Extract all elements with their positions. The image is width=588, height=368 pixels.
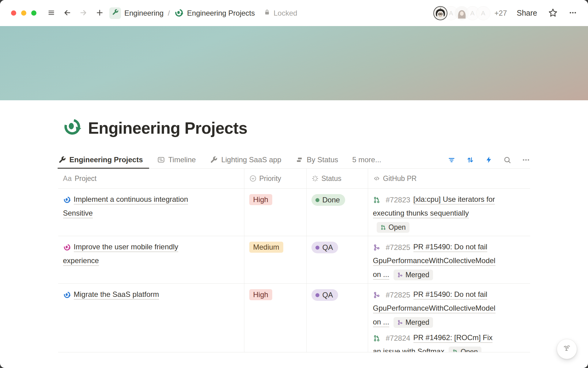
- column-header-status[interactable]: Status: [307, 169, 368, 188]
- project-cell: Migrate the SaaS platform: [58, 284, 244, 352]
- pr-title-link[interactable]: an issue with Softmax: [373, 347, 444, 352]
- priority-cell[interactable]: Medium: [244, 236, 307, 283]
- priority-cell[interactable]: High: [244, 189, 307, 236]
- pr-id: #72825: [386, 243, 410, 252]
- locked-label: Locked: [273, 9, 297, 17]
- window-controls: [11, 10, 36, 16]
- pull-request-merged-icon: [373, 291, 380, 299]
- sidebar-menu-button[interactable]: [47, 9, 55, 17]
- table-row: Implement a continuous integrationSensit…: [58, 189, 530, 236]
- sort-button[interactable]: [466, 156, 474, 164]
- page-more-button[interactable]: [569, 9, 577, 18]
- pr-mention[interactable]: #72825PR #15490: Do not failGpuPerforman…: [373, 240, 525, 282]
- pr-title-link[interactable]: on ...: [373, 318, 389, 328]
- user-avatar[interactable]: A: [476, 6, 490, 20]
- priority-badge: Medium: [249, 242, 283, 253]
- sort-icon: [466, 156, 474, 164]
- pr-title-link[interactable]: PR #14962: [ROCm] Fix: [413, 333, 493, 343]
- pr-status-label: Open: [389, 223, 406, 232]
- pr-title-link[interactable]: on ...: [373, 270, 389, 280]
- breadcrumb: Engineering / Engineering Projects: [109, 7, 255, 19]
- search-button[interactable]: [503, 156, 511, 164]
- notion-ai-face-icon: [561, 343, 573, 355]
- user-avatar[interactable]: [433, 6, 447, 20]
- view-tab-timeline[interactable]: Timeline: [157, 151, 198, 168]
- close-window-button[interactable]: [11, 10, 16, 16]
- priority-cell[interactable]: High: [244, 284, 307, 352]
- page-content: Engineering Projects Engineering Project…: [58, 100, 530, 368]
- view-tab-by-status[interactable]: By Status: [296, 151, 340, 168]
- breadcrumb-page-label[interactable]: Engineering Projects: [187, 9, 255, 17]
- filter-button[interactable]: [447, 156, 456, 164]
- column-header-priority[interactable]: Priority: [244, 169, 307, 188]
- app-window: Engineering / Engineering Projects Locke…: [0, 0, 588, 368]
- status-cell[interactable]: QA: [307, 236, 368, 283]
- project-title-link[interactable]: Implement a continuous integration: [74, 195, 188, 205]
- forward-button[interactable]: [79, 9, 88, 18]
- table-body: Implement a continuous integrationSensit…: [58, 189, 530, 352]
- project-title-link[interactable]: experience: [63, 256, 99, 266]
- bolt-button[interactable]: [485, 156, 493, 164]
- dots-button[interactable]: [522, 156, 530, 164]
- wrench-icon: [58, 156, 66, 164]
- pr-id: #72824: [386, 334, 410, 343]
- breadcrumb-separator: /: [168, 9, 170, 17]
- code-property-icon: [373, 175, 380, 182]
- title-row: Engineering Projects: [58, 100, 530, 138]
- table-row: Improve the user mobile friendlyexperien…: [58, 236, 530, 284]
- pr-mention[interactable]: #72823[xla:cpu] Use iterators forexecuti…: [373, 193, 525, 234]
- column-header-project[interactable]: AaProject: [58, 169, 244, 188]
- status-badge: QA: [311, 242, 338, 253]
- project-logo-icon: [63, 243, 71, 251]
- avatar-stack: AAA: [433, 6, 490, 20]
- pr-title-link[interactable]: GpuPerformanceWithCollectiveModel: [373, 304, 496, 314]
- notion-ai-button[interactable]: [557, 339, 577, 359]
- pr-status-label: Merged: [405, 271, 429, 279]
- pr-title-link[interactable]: [xla:cpu] Use iterators for: [413, 195, 495, 205]
- pr-mention[interactable]: #72825PR #15490: Do not failGpuPerforman…: [373, 288, 525, 329]
- page-title[interactable]: Engineering Projects: [88, 119, 247, 137]
- view-tab-label: Lighting SaaS app: [221, 155, 281, 164]
- project-cell: Implement a continuous integrationSensit…: [58, 189, 244, 236]
- view-tab-lighting-saas-app[interactable]: Lighting SaaS app: [210, 151, 283, 168]
- minimize-window-button[interactable]: [21, 10, 26, 16]
- view-tabs: Engineering ProjectsTimelineLighting Saa…: [58, 151, 352, 168]
- column-header-github-pr[interactable]: GitHub PR: [368, 169, 530, 188]
- pr-title-link[interactable]: executing thunks sequentially: [373, 209, 469, 219]
- project-title-link[interactable]: Migrate the SaaS platform: [74, 290, 159, 300]
- pr-mention[interactable]: #72824PR #14962: [ROCm] Fixan issue with…: [373, 331, 525, 352]
- locked-toggle[interactable]: Locked: [263, 9, 297, 18]
- favorite-button[interactable]: [548, 8, 558, 18]
- pull-request-merged-icon: [397, 320, 403, 325]
- status-label: Done: [322, 196, 340, 204]
- view-tab-engineering-projects[interactable]: Engineering Projects: [58, 151, 145, 168]
- pr-title-link[interactable]: PR #15490: Do not fail: [413, 290, 488, 300]
- aa-property-icon: Aa: [63, 174, 72, 183]
- status-badge: Done: [311, 194, 345, 206]
- back-arrow-icon: [63, 9, 71, 18]
- table-gap: [58, 352, 530, 368]
- pr-title-link[interactable]: GpuPerformanceWithCollectiveModel: [373, 256, 496, 266]
- more-views-button[interactable]: 5 more...: [352, 155, 381, 164]
- status-cell[interactable]: QA: [307, 284, 368, 352]
- breadcrumb-team-label[interactable]: Engineering: [124, 9, 164, 17]
- pr-status-label: Open: [461, 348, 478, 352]
- project-title-link[interactable]: Improve the user mobile friendly: [74, 243, 178, 252]
- status-cell[interactable]: Done: [307, 189, 368, 236]
- status-label: QA: [322, 243, 333, 252]
- project-title-link[interactable]: Sensitive: [63, 209, 93, 219]
- pr-status-badge: Merged: [394, 270, 433, 280]
- column-header-label: Project: [75, 174, 97, 183]
- pr-id: #72823: [386, 196, 410, 204]
- breadcrumb-team-item[interactable]: [109, 7, 121, 19]
- view-tabs-bar: Engineering ProjectsTimelineLighting Saa…: [58, 151, 530, 169]
- presence-overflow-count[interactable]: +27: [495, 9, 507, 17]
- zoom-window-button[interactable]: [31, 10, 36, 16]
- pull-request-merged-icon: [397, 272, 403, 278]
- new-page-button[interactable]: [96, 9, 104, 18]
- project-logo-icon: [63, 196, 71, 204]
- pr-title-link[interactable]: PR #15490: Do not fail: [413, 243, 488, 252]
- share-button[interactable]: Share: [517, 9, 537, 17]
- pull-request-open-icon: [373, 335, 380, 342]
- back-button[interactable]: [63, 9, 71, 18]
